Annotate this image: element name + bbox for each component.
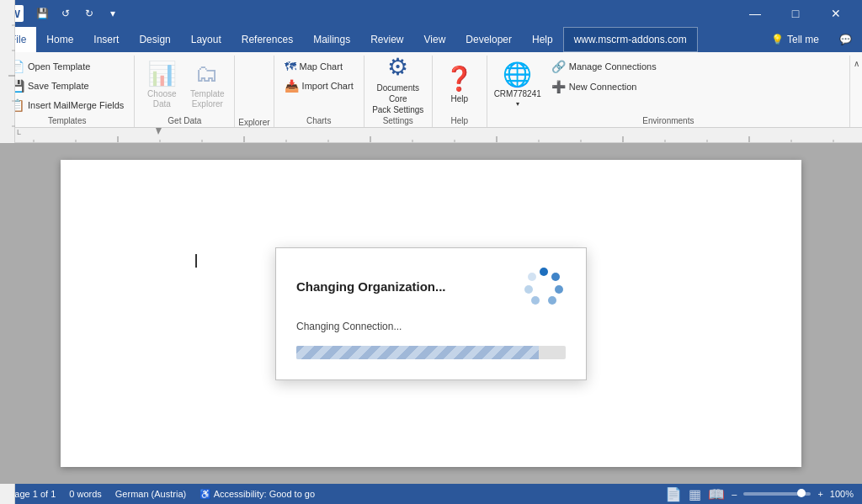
settings-gear-icon: ⚙ <box>387 53 408 81</box>
svg-point-38 <box>524 285 533 294</box>
dialog-overlay: Changing Organization... <box>61 160 801 467</box>
ribbon-group-help: ❓ Help Help <box>433 56 487 127</box>
minimize-btn[interactable]: ― <box>736 0 774 27</box>
progress-bar-track <box>296 346 566 359</box>
language: German (Austria) <box>115 489 186 499</box>
new-connection-label: New Connection <box>569 82 637 92</box>
new-connection-btn[interactable]: ➕ New Connection <box>546 77 662 96</box>
settings-group-label: Settings <box>370 114 427 125</box>
manage-connections-btn[interactable]: 🔗 Manage Connections <box>546 57 662 76</box>
manage-connections-icon: 🔗 <box>551 60 566 73</box>
accessibility-icon: ♿ <box>200 489 211 499</box>
redo-btn[interactable]: ↻ <box>79 3 99 24</box>
open-template-label: Open Template <box>28 61 90 72</box>
view-print-icon[interactable]: 📄 <box>665 486 682 502</box>
svg-point-36 <box>548 296 556 305</box>
new-connection-icon: ➕ <box>551 80 566 93</box>
choose-data-btn[interactable]: 📊 ChooseData <box>140 57 184 111</box>
svg-point-37 <box>531 296 540 305</box>
menu-bar: File Home Insert Design Layout Reference… <box>0 27 862 52</box>
menu-developer[interactable]: Developer <box>455 27 522 52</box>
ribbon-group-templates: 📄 Open Template 💾 Save Template 📋 Insert… <box>0 56 135 127</box>
menu-review[interactable]: Review <box>360 27 413 52</box>
zoom-thumb <box>797 489 806 497</box>
get-data-group-label: Get Data <box>140 114 229 125</box>
insert-mailmerge-btn[interactable]: 📋 Insert MailMerge Fields <box>5 96 129 114</box>
import-chart-btn[interactable]: 📥 Import Chart <box>279 77 359 95</box>
help-question-icon: ❓ <box>444 65 474 93</box>
word-count: 0 words <box>69 489 102 499</box>
svg-marker-20 <box>156 128 162 135</box>
save-template-label: Save Template <box>28 81 89 91</box>
menu-home[interactable]: Home <box>36 27 83 52</box>
template-explorer-btn[interactable]: 🗂 TemplateExplorer <box>185 57 229 111</box>
import-chart-icon: 📥 <box>285 79 299 93</box>
zoom-level: 100% <box>830 489 854 499</box>
settings-btn-label: Documents CorePack Settings <box>370 82 427 115</box>
quick-access-toolbar: 💾 ↺ ↻ ▾ <box>32 3 123 24</box>
globe-icon: 🌐 <box>503 61 532 88</box>
explorer-group-label: Explorer <box>238 116 269 127</box>
menu-view[interactable]: View <box>414 27 456 52</box>
ribbon-group-explorer: Explorer <box>235 56 274 127</box>
tell-me-btn[interactable]: 💡 Tell me <box>761 27 829 52</box>
comments-btn[interactable]: 💬 <box>829 27 862 52</box>
zoom-slider[interactable] <box>743 492 811 496</box>
view-web-icon[interactable]: ▦ <box>689 486 701 502</box>
window-controls: ― □ ✕ <box>736 0 855 27</box>
insert-mailmerge-label: Insert MailMerge Fields <box>28 100 124 110</box>
map-chart-label: Map Chart <box>300 61 343 72</box>
undo-btn[interactable]: ↺ <box>56 3 76 24</box>
zoom-plus-btn[interactable]: + <box>817 489 822 499</box>
ruler: L <box>0 128 862 143</box>
map-chart-icon: 🗺 <box>285 60 296 73</box>
help-btn[interactable]: ❓ Help <box>438 57 482 111</box>
document-area: Changing Organization... <box>0 143 862 484</box>
customize-qa-btn[interactable]: ▾ <box>103 3 123 24</box>
title-bar-left: W 💾 ↺ ↻ ▾ <box>7 3 123 24</box>
choose-data-label: ChooseData <box>147 89 176 109</box>
menu-mailings[interactable]: Mailings <box>303 27 360 52</box>
manage-connections-label: Manage Connections <box>569 61 657 72</box>
accessibility-status: ♿ Accessibility: Good to go <box>200 489 315 500</box>
document-page: Changing Organization... <box>61 160 801 467</box>
zoom-minus-btn[interactable]: – <box>732 489 737 499</box>
dialog-title: Changing Organization... <box>296 279 446 294</box>
menu-layout[interactable]: Layout <box>181 27 231 52</box>
ribbon-group-settings: ⚙ Documents CorePack Settings Settings <box>364 56 433 127</box>
dialog-subtitle: Changing Connection... <box>296 321 566 332</box>
close-btn[interactable]: ✕ <box>817 0 855 27</box>
open-template-btn[interactable]: 📄 Open Template <box>5 57 129 76</box>
help-btn-label: Help <box>450 94 468 103</box>
ribbon: 📄 Open Template 💾 Save Template 📋 Insert… <box>0 52 862 128</box>
map-chart-btn[interactable]: 🗺 Map Chart <box>279 57 359 76</box>
status-bar: Page 1 of 1 0 words German (Austria) ♿ A… <box>0 484 862 504</box>
menu-references[interactable]: References <box>231 27 303 52</box>
charts-group-label: Charts <box>279 114 359 125</box>
progress-bar-fill <box>296 346 539 359</box>
svg-point-34 <box>551 273 560 281</box>
menu-mscrm[interactable]: www.mscrm-addons.com <box>563 27 698 52</box>
env-right-buttons: 🔗 Manage Connections ➕ New Connection <box>546 57 662 96</box>
save-template-btn[interactable]: 💾 Save Template <box>5 77 129 95</box>
menu-design[interactable]: Design <box>129 27 180 52</box>
changing-org-dialog: Changing Organization... <box>275 247 587 380</box>
status-right: 📄 ▦ 📖 – + 100% <box>665 486 854 502</box>
dialog-header: Changing Organization... <box>296 265 566 309</box>
environments-group-label: Environments <box>492 114 844 125</box>
ribbon-collapse-btn[interactable]: ∧ <box>850 56 862 127</box>
svg-point-35 <box>555 285 563 294</box>
menu-help[interactable]: Help <box>522 27 563 52</box>
tell-me-label: Tell me <box>787 34 819 45</box>
crm-connection-btn[interactable]: 🌐 CRM778241 ▾ <box>492 57 543 111</box>
maximize-btn[interactable]: □ <box>776 0 815 27</box>
save-qa-btn[interactable]: 💾 <box>32 3 52 24</box>
dcp-settings-btn[interactable]: ⚙ Documents CorePack Settings <box>370 57 427 111</box>
view-read-icon[interactable]: 📖 <box>708 486 725 502</box>
template-explorer-icon: 🗂 <box>195 60 219 88</box>
page-info: Page 1 of 1 <box>8 489 56 499</box>
ribbon-group-charts: 🗺 Map Chart 📥 Import Chart Charts <box>274 56 364 127</box>
lightbulb-icon: 💡 <box>771 34 784 45</box>
svg-point-33 <box>540 268 548 276</box>
menu-insert[interactable]: Insert <box>83 27 129 52</box>
